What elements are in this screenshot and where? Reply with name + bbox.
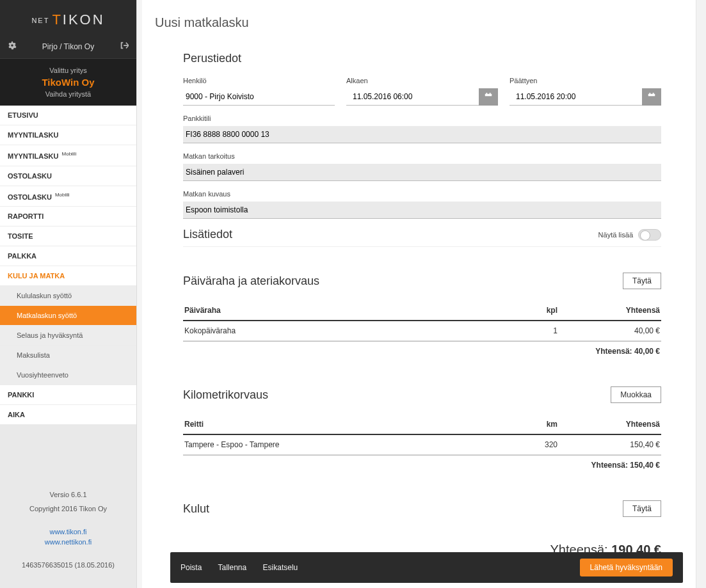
- calendar-button-paattyy[interactable]: [642, 88, 661, 106]
- input-kuvaus[interactable]: [183, 202, 661, 219]
- link-nettikon[interactable]: www.nettikon.fi: [6, 538, 130, 546]
- cell-sum: 40,00 €: [559, 321, 661, 341]
- field-henkilo: Henkilö: [183, 77, 335, 106]
- sidebar: NETTIKON Pirjo / Tikon Oy Valittu yritys…: [0, 0, 137, 588]
- nav-kulu-sub: Kululaskun syöttö Matkalaskun syöttö Sel…: [0, 286, 136, 385]
- selected-company-name: TikoWin Oy: [5, 77, 131, 88]
- main-wrap: Uusi matkalasku Perustiedot Henkilö Alka…: [142, 0, 696, 588]
- label-henkilo: Henkilö: [183, 77, 335, 84]
- user-line: Pirjo / Tikon Oy: [42, 42, 94, 51]
- cell-reitti: Tampere - Espoo - Tampere: [183, 434, 482, 455]
- brand-net: NET: [31, 17, 49, 24]
- input-pankkitili: [183, 126, 661, 143]
- nav-tosite[interactable]: TOSITE: [0, 226, 136, 246]
- brand-logo: NETTIKON: [0, 12, 136, 28]
- nav-myyntilasku-mobiili[interactable]: MYYNTILASKU Mobiili: [0, 145, 136, 166]
- nav-etusivu[interactable]: ETUSIVU: [0, 106, 136, 125]
- sidebar-header: NETTIKON Pirjo / Tikon Oy Valittu yritys…: [0, 0, 136, 106]
- toggle-control: Näytä lisää: [598, 229, 661, 241]
- input-paattyy[interactable]: [509, 88, 642, 106]
- action-bar-left: Poista Tallenna Esikatselu: [181, 563, 312, 572]
- section-perustiedot: Perustiedot Henkilö Alkaen Päättyen: [155, 52, 661, 247]
- heading-lisatiedot: Lisätiedot: [183, 228, 232, 241]
- table-km: Reitti km Yhteensä Tampere - Espoo - Tam…: [183, 415, 661, 455]
- brand-t: T: [52, 12, 62, 28]
- table-row: Tampere - Espoo - Tampere 320 150,40 €: [183, 434, 661, 455]
- action-bar: Poista Tallenna Esikatselu Lähetä hyväks…: [170, 552, 683, 583]
- label-paattyy: Päättyen: [509, 77, 661, 84]
- calendar-button-alkaen[interactable]: [479, 88, 498, 106]
- label-pankkitili: Pankkitili: [183, 115, 661, 122]
- section-kilometri: Kilometrikorvaus Muokkaa Reitti km Yhtee…: [155, 386, 661, 475]
- logout-icon[interactable]: [120, 41, 129, 52]
- label-alkaen: Alkaen: [346, 77, 498, 84]
- col-reitti: Reitti: [183, 415, 482, 434]
- nav-ostolasku-mobiili[interactable]: OSTOLASKU Mobiili: [0, 186, 136, 207]
- toggle-label: Näytä lisää: [598, 231, 633, 239]
- user-row: Pirjo / Tikon Oy: [0, 37, 136, 58]
- nav: ETUSIVU MYYNTILASKU MYYNTILASKU Mobiili …: [0, 106, 136, 425]
- nav-palkka[interactable]: PALKKA: [0, 246, 136, 266]
- col-yhteensa: Yhteensä: [559, 415, 661, 434]
- company-block: Valittu yritys TikoWin Oy Vaihda yrityst…: [0, 58, 136, 106]
- gear-icon[interactable]: [8, 41, 17, 52]
- heading-kulut: Kulut: [183, 502, 209, 516]
- main-scroll-gutter[interactable]: [696, 0, 706, 588]
- nav-pankki[interactable]: PANKKI: [0, 385, 136, 405]
- field-paattyy: Päättyen: [509, 77, 661, 106]
- field-kuvaus: Matkan kuvaus: [183, 190, 661, 219]
- heading-paivaraha: Päiväraha ja ateriakorvaus: [183, 274, 319, 288]
- field-tarkoitus: Matkan tarkoitus: [183, 152, 661, 181]
- nav-kulu-ja-matka[interactable]: KULU JA MATKA: [0, 266, 136, 286]
- button-laheta-hyvaksyntaan[interactable]: Lähetä hyväksyntään: [580, 559, 673, 576]
- button-muokkaa-km[interactable]: Muokkaa: [611, 386, 661, 403]
- button-tayta-paivaraha[interactable]: Täytä: [623, 273, 661, 289]
- heading-kilometri: Kilometrikorvaus: [183, 388, 268, 402]
- nav-myyntilasku[interactable]: MYYNTILASKU: [0, 125, 136, 145]
- col-yhteensa: Yhteensä: [559, 301, 661, 321]
- cell-kpl: 1: [482, 321, 559, 341]
- action-esikatselu[interactable]: Esikatselu: [263, 563, 298, 572]
- build-stamp: 1463576635015 (18.05.2016): [6, 561, 130, 569]
- subnav-matkalaskun-syotto[interactable]: Matkalaskun syöttö: [0, 306, 136, 326]
- page-title: Uusi matkalasku: [155, 15, 661, 30]
- col-paivaraha: Päiväraha: [183, 301, 482, 321]
- input-henkilo[interactable]: [183, 88, 335, 106]
- subnav-vuosiyhteenveto[interactable]: Vuosiyhteenveto: [0, 365, 136, 385]
- calendar-icon: [647, 93, 656, 102]
- version-text: Versio 6.6.1: [6, 491, 130, 498]
- subnav-selaus[interactable]: Selaus ja hyväksyntä: [0, 326, 136, 346]
- cell-name: Kokopäiväraha: [183, 321, 482, 341]
- field-alkaen: Alkaen: [346, 77, 498, 106]
- input-alkaen[interactable]: [346, 88, 479, 106]
- table-paivaraha: Päiväraha kpl Yhteensä Kokopäiväraha 1 4…: [183, 301, 661, 341]
- change-company-link[interactable]: Vaihda yritystä: [5, 90, 131, 98]
- toggle-nayta-lisaa[interactable]: [638, 229, 661, 241]
- selected-company-label: Valittu yritys: [5, 67, 131, 74]
- label-kuvaus: Matkan kuvaus: [183, 190, 661, 198]
- km-total: Yhteensä: 150,40 €: [183, 455, 661, 475]
- calendar-icon: [484, 93, 493, 102]
- link-tikon[interactable]: www.tikon.fi: [6, 528, 130, 536]
- heading-perustiedot: Perustiedot: [183, 52, 661, 65]
- nav-raportti[interactable]: RAPORTTI: [0, 207, 136, 226]
- paivaraha-total: Yhteensä: 40,00 €: [183, 341, 661, 361]
- subnav-maksulista[interactable]: Maksulista: [0, 346, 136, 365]
- brand-rest: IKON: [63, 12, 105, 28]
- cell-km: 320: [482, 434, 559, 455]
- nav-ostolasku[interactable]: OSTOLASKU: [0, 166, 136, 186]
- subnav-kululaskun-syotto[interactable]: Kululaskun syöttö: [0, 286, 136, 306]
- main-content: Uusi matkalasku Perustiedot Henkilö Alka…: [142, 0, 696, 588]
- action-tallenna[interactable]: Tallenna: [218, 563, 246, 572]
- button-tayta-kulut[interactable]: Täytä: [623, 500, 661, 517]
- field-pankkitili: Pankkitili: [183, 115, 661, 143]
- action-poista[interactable]: Poista: [181, 563, 202, 572]
- cell-sum: 150,40 €: [559, 434, 661, 455]
- nav-aika[interactable]: AIKA: [0, 405, 136, 425]
- input-tarkoitus[interactable]: [183, 164, 661, 181]
- section-kulut: Kulut Täytä: [155, 500, 661, 517]
- sidebar-footer: Versio 6.6.1 Copyright 2016 Tikon Oy www…: [0, 472, 136, 588]
- sidebar-scroll-gutter[interactable]: [137, 0, 142, 588]
- col-km: km: [482, 415, 559, 434]
- col-kpl: kpl: [482, 301, 559, 321]
